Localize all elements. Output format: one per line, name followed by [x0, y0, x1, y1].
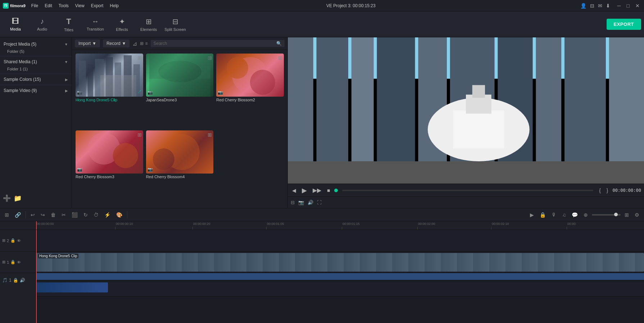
ruler-mark-0: 00:00:00:00: [36, 221, 54, 230]
tl-adjust-button[interactable]: ⚡: [103, 211, 112, 219]
tl-redo-button[interactable]: ↪: [39, 211, 47, 219]
tl-cut-button[interactable]: ✂: [60, 211, 68, 219]
media-grid: ⊞ ✓ 📷 Hong Kong Drone5 Cl: [72, 50, 287, 208]
grid-view-icon[interactable]: ⊞: [140, 41, 144, 46]
audio-lock-icon[interactable]: 🔒: [13, 278, 18, 283]
menu-help[interactable]: Help: [107, 3, 122, 9]
minimize-button[interactable]: ─: [616, 2, 622, 9]
audio-mute-icon[interactable]: 🔊: [20, 278, 25, 283]
window-controls: ─ □ ✕: [616, 2, 641, 9]
media-item-japan[interactable]: ⊞ 📷 JapanSeaDrone3: [146, 54, 214, 128]
sample-video-section: Sample Video (9) ▶: [0, 87, 72, 94]
close-button[interactable]: ✕: [634, 2, 641, 9]
search-input[interactable]: [154, 41, 275, 46]
app-name: filmora9: [10, 4, 26, 8]
play-button[interactable]: ▶: [300, 186, 308, 195]
media-item-cherry4[interactable]: ⊞ 📷 Red Cherry Blossom4: [146, 130, 214, 204]
toolbar-effects[interactable]: ✦ Effects: [109, 14, 135, 35]
add-folder-button[interactable]: 📁: [14, 194, 22, 202]
thumb-svg-c3: [76, 130, 143, 174]
preview-dot: [334, 189, 338, 192]
shared-media-header[interactable]: Shared Media (1) ▼: [0, 58, 72, 66]
project-media-header[interactable]: Project Media (5) ▼: [0, 40, 72, 48]
screen-layout-icon[interactable]: ⊟: [291, 200, 295, 205]
volume-icon[interactable]: 🔊: [308, 200, 313, 205]
menu-file[interactable]: File: [28, 3, 41, 9]
folder-item-0[interactable]: Folder (5): [0, 48, 72, 55]
tl-music-icon[interactable]: ♫: [561, 211, 568, 219]
window-title: VE Project 3: 00:00:15:23: [122, 3, 580, 8]
tl-crop-button[interactable]: ⬛: [70, 211, 80, 219]
svg-rect-31: [453, 111, 504, 149]
mark-out-button[interactable]: }: [605, 187, 610, 194]
track-grid-icon-1: ⊞: [2, 260, 5, 264]
mark-in-button[interactable]: {: [598, 187, 602, 194]
audio-clip[interactable]: [36, 282, 108, 292]
thumb-svg-c4: [146, 130, 214, 174]
tl-subtitle-icon[interactable]: 💬: [570, 211, 580, 219]
menu-tools[interactable]: Tools: [56, 3, 72, 9]
tl-add-track-button[interactable]: ⊞: [3, 211, 11, 219]
tl-delete-button[interactable]: 🗑: [49, 211, 58, 219]
playhead-timeline: [36, 230, 37, 323]
track-lock-icon-2[interactable]: 🔒: [10, 238, 15, 243]
sample-video-header[interactable]: Sample Video (9) ▶: [0, 87, 72, 94]
tl-mic-icon[interactable]: 🎙: [550, 211, 558, 219]
track-num-1: 1: [7, 260, 9, 264]
tl-link-button[interactable]: 🔗: [13, 211, 23, 219]
toolbar-titles[interactable]: T Titles: [56, 14, 81, 35]
tl-settings-icon[interactable]: ⚙: [633, 211, 641, 219]
step-back-button[interactable]: ◀: [291, 187, 298, 194]
toolbar-transition[interactable]: ↔ Transition: [83, 14, 108, 35]
record-button[interactable]: Record ▼: [103, 40, 130, 47]
folder-item-1[interactable]: Folder 1 (1): [0, 66, 72, 72]
tl-sep-2: [127, 211, 127, 218]
stop-button[interactable]: ■: [326, 187, 331, 194]
menu-export[interactable]: Export: [88, 3, 106, 9]
maximize-button[interactable]: □: [625, 2, 631, 9]
timeline-ruler: 00:00:00:00 00:00:00:10 00:00:00:20 00:0…: [36, 221, 644, 230]
media-item-cherry1[interactable]: ⊞ 📷 Red Cherry Blossom2: [216, 54, 284, 128]
media-item-hk[interactable]: ⊞ ✓ 📷 Hong Kong Drone5 Cl: [76, 54, 143, 128]
toolbar-media[interactable]: 🎞 Media: [3, 14, 28, 35]
toolbar-elements[interactable]: ⊞ Elements: [136, 14, 161, 35]
track-lock-icon-1[interactable]: 🔒: [10, 260, 15, 264]
toolbar-splitscreen[interactable]: ⊟ Split Screen: [163, 14, 188, 35]
shared-media-title: Shared Media (1): [4, 59, 37, 64]
search-icon[interactable]: 🔍: [276, 41, 282, 46]
audio-track-icon: 🎵: [2, 278, 8, 283]
list-view-icon[interactable]: ≡: [145, 41, 148, 46]
menu-view[interactable]: View: [72, 3, 87, 9]
media-item-name-cherry4: Red Cherry Blossom4: [146, 174, 214, 180]
track-eye-icon-1[interactable]: 👁: [17, 260, 21, 264]
menu-bar: File Edit Tools View Export Help: [28, 3, 122, 9]
track-eye-icon-2[interactable]: 👁: [17, 239, 21, 243]
play-fast-button[interactable]: ▶▶: [311, 186, 323, 194]
filter-icon[interactable]: ⊿: [132, 40, 137, 47]
thumb-svg: [76, 54, 143, 97]
tl-rotate-button[interactable]: ↻: [82, 211, 90, 219]
screenshot-icon[interactable]: 📷: [298, 200, 304, 205]
tl-speed-button[interactable]: ⏱: [92, 211, 100, 219]
toolbar-audio[interactable]: ♪ Audio: [30, 14, 55, 35]
tl-lock-icon[interactable]: 🔒: [538, 211, 548, 219]
sample-colors-header[interactable]: Sample Colors (15) ▶: [0, 75, 72, 83]
export-button[interactable]: EXPORT: [607, 19, 641, 30]
tl-undo-button[interactable]: ↩: [29, 211, 37, 219]
tl-play-icon[interactable]: ▶: [528, 211, 536, 219]
tl-snap-icon[interactable]: ⊕: [582, 211, 590, 219]
audio-track-row: [36, 282, 644, 297]
preview-bottom-controls: ⊟ 📷 🔊 ⛶: [288, 197, 644, 208]
video-clip-1[interactable]: Hong Kong Drone5 Clip: [36, 253, 644, 272]
tl-color-button[interactable]: 🎨: [114, 211, 124, 219]
media-item-cherry3[interactable]: ⊞ 📷 Red Cherry Blossom3: [76, 130, 143, 204]
import-button[interactable]: Import ▼: [75, 40, 100, 47]
fullscreen-icon[interactable]: ⛶: [317, 200, 322, 205]
tl-zoom-fit-icon[interactable]: ⊞: [623, 211, 631, 219]
zoom-slider[interactable]: [592, 214, 621, 216]
media-thumb-cherry3: ⊞ 📷: [76, 130, 143, 174]
menu-edit[interactable]: Edit: [42, 3, 55, 9]
add-media-button[interactable]: ➕: [3, 194, 11, 202]
progress-bar[interactable]: [342, 190, 593, 191]
titles-icon: T: [66, 17, 71, 26]
